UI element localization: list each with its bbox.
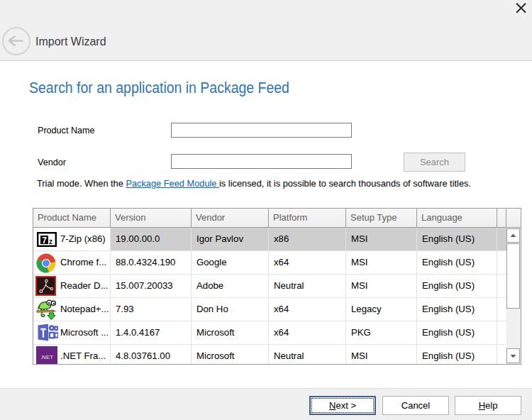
svg-text:.NET: .NET [40,354,53,360]
svg-text:7: 7 [42,236,47,245]
svg-text:z: z [49,238,52,245]
